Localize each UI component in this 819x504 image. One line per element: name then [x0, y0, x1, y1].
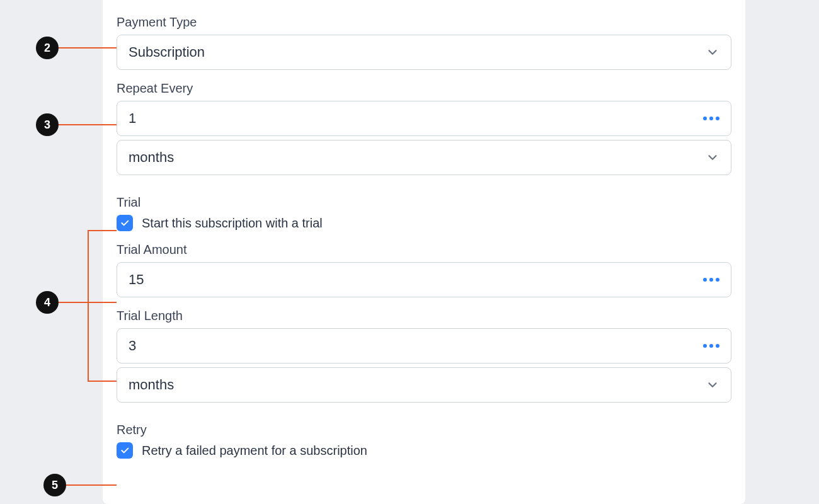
- repeat-every-value: 1: [129, 110, 136, 127]
- trial-amount-input[interactable]: 15: [117, 262, 731, 297]
- trial-checkbox[interactable]: [117, 215, 133, 231]
- payment-type-select[interactable]: Subscription: [117, 35, 731, 70]
- trial-length-unit-select[interactable]: months: [117, 367, 731, 403]
- repeat-every-input[interactable]: 1: [117, 101, 731, 136]
- retry-checkbox-label: Retry a failed payment for a subscriptio…: [142, 444, 367, 458]
- trial-checkbox-label: Start this subscription with a trial: [142, 216, 323, 231]
- trial-length-unit-value: months: [129, 377, 174, 393]
- chevron-down-icon: [706, 151, 719, 164]
- annotation-badge-5: 5: [43, 474, 66, 496]
- settings-card: Payment Type Subscription Repeat Every 1…: [103, 0, 745, 504]
- trial-amount-value: 15: [129, 272, 144, 288]
- chevron-down-icon: [706, 378, 719, 392]
- stepper-icon[interactable]: [703, 344, 719, 348]
- chevron-down-icon: [706, 45, 719, 59]
- repeat-every-unit-select[interactable]: months: [117, 140, 731, 175]
- payment-type-label: Payment Type: [117, 15, 731, 30]
- stepper-icon[interactable]: [703, 278, 719, 282]
- annotation-badge-4: 4: [36, 291, 59, 314]
- payment-type-value: Subscription: [129, 44, 205, 60]
- trial-length-value: 3: [129, 338, 136, 354]
- trial-amount-label: Trial Amount: [117, 243, 731, 257]
- repeat-every-unit-value: months: [129, 149, 174, 166]
- trial-length-label: Trial Length: [117, 309, 731, 323]
- repeat-every-label: Repeat Every: [117, 81, 731, 96]
- annotation-badge-2: 2: [36, 37, 59, 59]
- annotation-badge-3: 3: [36, 113, 59, 136]
- retry-label: Retry: [117, 423, 731, 437]
- stepper-icon[interactable]: [703, 117, 719, 120]
- trial-label: Trial: [117, 195, 731, 210]
- retry-checkbox[interactable]: [117, 442, 133, 459]
- trial-length-input[interactable]: 3: [117, 328, 731, 364]
